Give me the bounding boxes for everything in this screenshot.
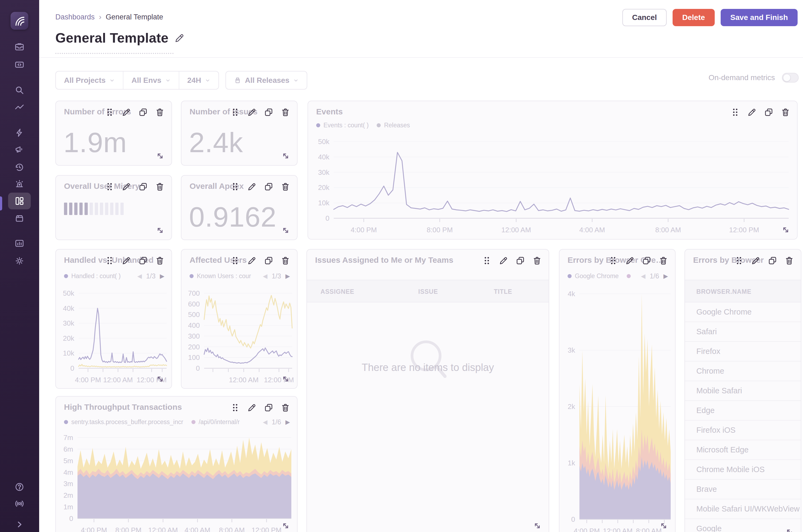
duplicate-widget-icon[interactable] [264,403,273,412]
sidebar-item-performance[interactable] [12,100,27,115]
edit-widget-pencil-icon[interactable] [247,256,256,265]
resize-handle-icon[interactable] [281,374,291,384]
sidebar-item-help-icon[interactable] [12,479,27,494]
widget-hover-controls [105,256,164,265]
duplicate-widget-icon[interactable] [139,256,148,265]
drag-handle-icon[interactable] [734,256,744,265]
resize-handle-icon[interactable] [781,225,790,235]
delete-widget-trash-icon[interactable] [659,256,668,265]
svg-text:400: 400 [188,321,200,329]
duplicate-widget-icon[interactable] [516,256,525,265]
resize-handle-icon[interactable] [281,151,291,161]
resize-handle-icon[interactable] [281,521,291,531]
svg-text:5m: 5m [63,457,73,465]
duplicate-widget-icon[interactable] [264,108,273,117]
drag-handle-icon[interactable] [608,256,618,265]
sidebar-item-replays[interactable] [12,160,27,175]
drag-handle-icon[interactable] [105,256,114,265]
sidebar-item-alerts[interactable] [12,176,27,192]
drag-handle-icon[interactable] [482,256,491,265]
sidebar-item-issues[interactable] [12,39,27,55]
edit-widget-pencil-icon[interactable] [122,182,131,191]
table-header-row: ASSIGNEEISSUETITLE [307,280,549,302]
edit-widget-pencil-icon[interactable] [747,108,756,117]
duplicate-widget-icon[interactable] [642,256,651,265]
edit-widget-pencil-icon[interactable] [751,256,760,265]
sidebar-item-broadcast-icon[interactable] [12,496,27,511]
delete-widget-trash-icon[interactable] [281,182,290,191]
sidebar-item-storage[interactable] [12,211,27,226]
dashboard-edit-page: Dashboards › General Template Cancel Del… [0,0,803,532]
delete-widget-trash-icon[interactable] [532,256,542,265]
edit-widget-pencil-icon[interactable] [247,182,256,191]
drag-handle-icon[interactable] [231,182,240,191]
column-header: BROWSER.NAME [696,280,751,303]
drag-handle-icon[interactable] [105,182,114,191]
resize-handle-icon[interactable] [659,521,669,531]
edit-widget-pencil-icon[interactable] [247,403,256,412]
sidebar-item-insights[interactable] [12,125,27,140]
resize-handle-icon[interactable] [785,527,795,532]
delete-widget-trash-icon[interactable] [281,256,290,265]
duplicate-widget-icon[interactable] [139,108,148,117]
delete-widget-trash-icon[interactable] [785,256,794,265]
svg-text:8:00 AM: 8:00 AM [219,526,244,532]
duplicate-widget-icon[interactable] [764,108,773,117]
svg-text:8:00 AM: 8:00 AM [636,527,661,532]
table-row: Mobile Safari UI/WKWebView [685,499,801,519]
save-and-finish-button[interactable]: Save and Finish [720,9,798,26]
edit-title-pencil-icon[interactable] [175,33,185,43]
drag-handle-icon[interactable] [231,256,240,265]
svg-text:1k: 1k [568,459,576,467]
resize-handle-icon[interactable] [532,521,542,531]
environment-filter[interactable]: All Envs [123,72,179,89]
delete-widget-trash-icon[interactable] [281,108,290,117]
svg-text:6m: 6m [63,445,73,453]
cancel-button[interactable]: Cancel [622,9,667,26]
edit-widget-pencil-icon[interactable] [122,108,131,117]
sidebar-item-stats[interactable] [12,236,27,251]
svg-text:4k: 4k [568,290,576,298]
release-filter[interactable]: All Releases [226,72,307,89]
duplicate-widget-icon[interactable] [264,182,273,191]
duplicate-widget-icon[interactable] [139,182,148,191]
widget-errors-by-browser-over-time: Errors by Browser Ove…Google Chrome◀1/6▶… [559,249,676,532]
release-filter-control: All Releases [225,71,307,90]
sidebar-item-settings-gear-icon[interactable] [12,253,27,268]
drag-handle-icon[interactable] [231,108,240,117]
sidebar-item-projects[interactable] [12,57,27,72]
edit-widget-pencil-icon[interactable] [499,256,508,265]
sidebar-collapse-chevron-icon[interactable] [12,517,27,532]
widget-hover-controls [482,256,542,265]
edit-widget-pencil-icon[interactable] [247,108,256,117]
delete-widget-trash-icon[interactable] [155,256,164,265]
edit-widget-pencil-icon[interactable] [625,256,635,265]
delete-widget-trash-icon[interactable] [281,403,290,412]
date-range-filter[interactable]: 24H [179,72,218,89]
sidebar-item-dashboards[interactable] [8,193,31,209]
delete-widget-trash-icon[interactable] [155,108,164,117]
table-row: Chrome Mobile iOS [685,460,801,480]
drag-handle-icon[interactable] [105,108,114,117]
delete-widget-trash-icon[interactable] [155,182,164,191]
project-filter[interactable]: All Projects [56,72,123,89]
resize-handle-icon[interactable] [281,226,291,235]
delete-button[interactable]: Delete [673,9,715,26]
duplicate-widget-icon[interactable] [768,256,777,265]
sentry-logo-icon[interactable] [11,12,28,30]
widget-number-of-errors: Number of Errors1.9m [55,101,172,166]
on-demand-metrics-toggle[interactable] [782,73,799,82]
resize-handle-icon[interactable] [155,226,165,235]
resize-handle-icon[interactable] [155,374,165,384]
drag-handle-icon[interactable] [731,108,740,117]
widget-hover-controls [231,403,290,412]
duplicate-widget-icon[interactable] [264,256,273,265]
breadcrumb-dashboards-link[interactable]: Dashboards [55,13,95,21]
table-row: Brave [685,480,801,499]
drag-handle-icon[interactable] [231,403,240,412]
delete-widget-trash-icon[interactable] [781,108,790,117]
resize-handle-icon[interactable] [155,151,165,161]
edit-widget-pencil-icon[interactable] [122,256,131,265]
sidebar-item-releases[interactable] [12,142,27,157]
sidebar-item-search-icon[interactable] [12,82,27,98]
